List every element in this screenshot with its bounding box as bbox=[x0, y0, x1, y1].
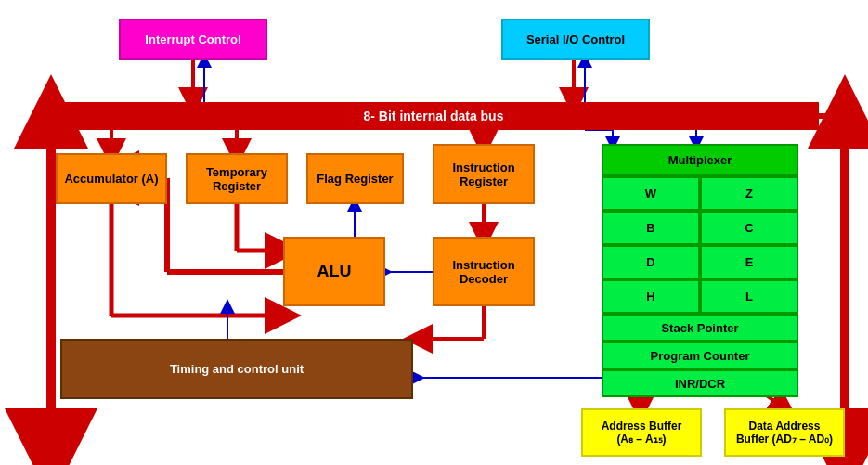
reg-e-box: E bbox=[700, 245, 798, 279]
reg-c-box: C bbox=[700, 211, 798, 245]
temp-register-label: Temporary Register bbox=[188, 165, 286, 193]
program-counter-label: Program Counter bbox=[651, 349, 750, 363]
address-buffer-label: Address Buffer(A₈ – A₁₅) bbox=[602, 420, 682, 446]
reg-d-box: D bbox=[602, 245, 700, 279]
data-bus: 8- Bit internal data bus bbox=[48, 102, 819, 130]
flag-register-box: Flag Register bbox=[306, 153, 404, 204]
instruction-decoder-box: Instruction Decoder bbox=[433, 237, 535, 306]
serial-io-label: Serial I/O Control bbox=[526, 32, 625, 46]
reg-w-label: W bbox=[645, 187, 656, 200]
reg-z-box: Z bbox=[700, 176, 798, 211]
multiplexer-label: Multiplexer bbox=[668, 153, 732, 167]
reg-d-label: D bbox=[646, 255, 654, 269]
reg-c-label: C bbox=[745, 221, 753, 235]
serial-io-box: Serial I/O Control bbox=[501, 19, 650, 60]
data-bus-label: 8- Bit internal data bus bbox=[364, 109, 504, 123]
flag-register-label: Flag Register bbox=[317, 172, 393, 186]
instruction-register-box: Instruction Register bbox=[433, 144, 535, 204]
stack-pointer-label: Stack Pointer bbox=[661, 321, 738, 335]
instruction-decoder-label: Instruction Decoder bbox=[434, 258, 533, 286]
accumulator-box: Accumulator (A) bbox=[56, 153, 167, 204]
alu-label: ALU bbox=[317, 262, 352, 281]
accumulator-label: Accumulator (A) bbox=[64, 172, 158, 186]
reg-z-label: Z bbox=[745, 187, 753, 200]
timing-control-box: Timing and control unit bbox=[60, 339, 413, 399]
instruction-register-label: Instruction Register bbox=[434, 161, 533, 188]
reg-h-box: H bbox=[602, 279, 700, 314]
reg-w-box: W bbox=[602, 176, 700, 211]
data-address-buffer-label: Data AddressBuffer (AD₇ – AD₀) bbox=[736, 420, 833, 446]
inr-dcr-box: INR/DCR bbox=[602, 369, 798, 397]
interrupt-control-box: Interrupt Control bbox=[119, 19, 267, 60]
timing-control-label: Timing and control unit bbox=[170, 362, 304, 376]
program-counter-box: Program Counter bbox=[602, 342, 798, 369]
alu-box: ALU bbox=[283, 237, 385, 306]
reg-l-label: L bbox=[745, 290, 753, 304]
interrupt-control-label: Interrupt Control bbox=[145, 32, 240, 46]
reg-l-box: L bbox=[700, 279, 798, 314]
reg-e-label: E bbox=[745, 255, 754, 269]
architecture-diagram: Interrupt Control Serial I/O Control 8- … bbox=[0, 0, 868, 465]
address-buffer-box: Address Buffer(A₈ – A₁₅) bbox=[581, 408, 702, 457]
temp-register-box: Temporary Register bbox=[186, 153, 288, 204]
reg-b-label: B bbox=[646, 221, 654, 235]
reg-h-label: H bbox=[646, 290, 654, 304]
multiplexer-box: Multiplexer bbox=[602, 144, 798, 176]
data-address-buffer-box: Data AddressBuffer (AD₇ – AD₀) bbox=[724, 408, 845, 457]
stack-pointer-box: Stack Pointer bbox=[602, 314, 798, 342]
inr-dcr-label: INR/DCR bbox=[675, 377, 725, 391]
reg-b-box: B bbox=[602, 211, 700, 245]
